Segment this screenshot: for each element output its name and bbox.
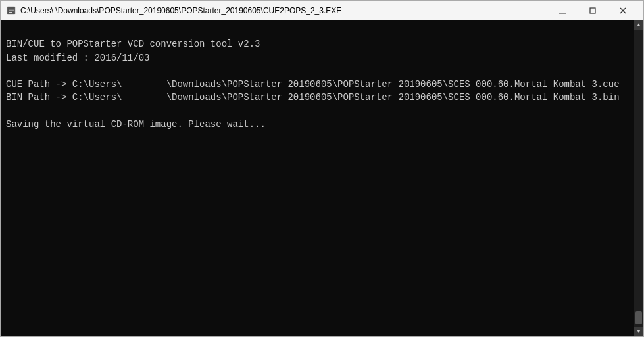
terminal-area: BIN/CUE to POPStarter VCD conversion too… [1,20,643,336]
maximize-button[interactable] [578,1,608,20]
svg-rect-2 [9,10,14,11]
terminal-line-3 [6,65,638,78]
terminal-line-1: BIN/CUE to POPStarter VCD conversion too… [6,38,638,51]
terminal-line-0 [6,24,638,38]
terminal-line-4: CUE Path -> C:\Users\ \Downloads\POPStar… [6,78,638,91]
title-bar: C:\Users\ \Downloads\POPStarter_20190605… [1,1,643,20]
scroll-up-button[interactable]: ▲ [634,20,643,30]
title-bar-controls [547,1,638,20]
terminal-line-6 [6,105,638,118]
svg-rect-3 [9,12,12,13]
svg-rect-4 [559,13,566,14]
svg-rect-1 [9,9,14,9]
window: C:\Users\ \Downloads\POPStarter_20190605… [0,0,644,337]
window-icon [6,5,16,16]
terminal-line-2: Last modified : 2016/11/03 [6,51,638,65]
minimize-button[interactable] [547,1,578,20]
close-button[interactable] [608,1,638,20]
svg-rect-5 [590,8,595,13]
scrollbar-thumb[interactable] [635,311,642,324]
title-bar-text: C:\Users\ \Downloads\POPStarter_20190605… [20,6,547,15]
scrollbar[interactable]: ▲ ▼ [634,20,643,336]
terminal-line-7: Saving the virtual CD-ROM image. Please … [6,118,638,131]
terminal-line-5: BIN Path -> C:\Users\ \Downloads\POPStar… [6,91,638,104]
scroll-down-button[interactable]: ▼ [634,327,643,336]
